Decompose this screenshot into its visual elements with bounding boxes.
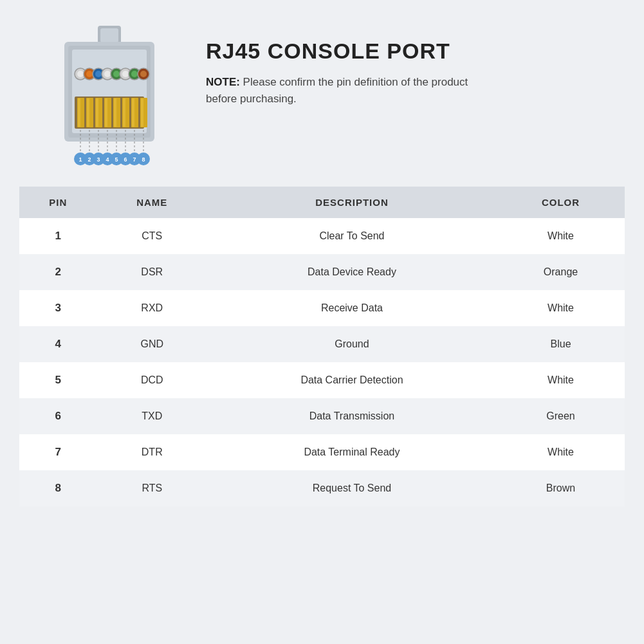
svg-text:8: 8 bbox=[142, 156, 145, 163]
table-header: PIN NAME DESCRIPTION COLOR bbox=[19, 187, 625, 218]
connector-svg: 1 2 3 4 5 6 7 8 bbox=[45, 26, 174, 174]
top-section: 1 2 3 4 5 6 7 8 RJ45 CONSOLE PORT NOT bbox=[0, 0, 644, 187]
svg-rect-19 bbox=[123, 98, 125, 127]
svg-point-27 bbox=[95, 71, 102, 77]
cell-pin: 4 bbox=[19, 326, 97, 362]
cell-pin: 6 bbox=[19, 398, 97, 434]
svg-point-25 bbox=[86, 71, 93, 77]
cell-color: White bbox=[497, 218, 625, 254]
col-color: COLOR bbox=[497, 187, 625, 218]
table-section: PIN NAME DESCRIPTION COLOR 1CTSClear To … bbox=[0, 187, 644, 644]
cell-name: TXD bbox=[97, 398, 207, 434]
svg-rect-14 bbox=[78, 98, 80, 127]
table-body: 1CTSClear To SendWhite2DSRData Device Re… bbox=[19, 218, 625, 506]
cell-color: White bbox=[497, 362, 625, 398]
svg-rect-1 bbox=[100, 28, 118, 42]
note-paragraph: NOTE: Please confirm the pin definition … bbox=[206, 74, 502, 107]
cell-color: Green bbox=[497, 398, 625, 434]
table-row: 7DTRData Terminal ReadyWhite bbox=[19, 434, 625, 470]
cell-color: Brown bbox=[497, 470, 625, 506]
svg-point-37 bbox=[140, 71, 147, 77]
cell-pin: 1 bbox=[19, 218, 97, 254]
cell-name: DSR bbox=[97, 254, 207, 290]
cell-name: CTS bbox=[97, 218, 207, 254]
svg-text:1: 1 bbox=[78, 156, 82, 163]
svg-text:5: 5 bbox=[115, 156, 118, 163]
page-title: RJ45 CONSOLE PORT bbox=[206, 39, 605, 64]
col-pin: PIN bbox=[19, 187, 97, 218]
svg-rect-21 bbox=[141, 98, 143, 127]
page: 1 2 3 4 5 6 7 8 RJ45 CONSOLE PORT NOT bbox=[0, 0, 644, 644]
cell-name: DCD bbox=[97, 362, 207, 398]
cell-description: Data Transmission bbox=[207, 398, 497, 434]
table-row: 6TXDData TransmissionGreen bbox=[19, 398, 625, 434]
cell-color: White bbox=[497, 290, 625, 326]
cell-color: Blue bbox=[497, 326, 625, 362]
cell-description: Data Carrier Detection bbox=[207, 362, 497, 398]
svg-point-29 bbox=[104, 71, 111, 77]
svg-text:3: 3 bbox=[97, 156, 100, 163]
note-label: NOTE: bbox=[206, 76, 240, 88]
table-row: 3RXDReceive DataWhite bbox=[19, 290, 625, 326]
cell-name: RTS bbox=[97, 470, 207, 506]
pin-table: PIN NAME DESCRIPTION COLOR 1CTSClear To … bbox=[19, 187, 625, 506]
svg-rect-17 bbox=[105, 98, 107, 127]
svg-point-35 bbox=[131, 71, 138, 77]
cell-pin: 7 bbox=[19, 434, 97, 470]
svg-rect-15 bbox=[87, 98, 89, 127]
svg-rect-20 bbox=[132, 98, 134, 127]
cell-description: Request To Send bbox=[207, 470, 497, 506]
svg-text:6: 6 bbox=[124, 156, 127, 163]
cell-pin: 3 bbox=[19, 290, 97, 326]
cell-name: GND bbox=[97, 326, 207, 362]
col-name: NAME bbox=[97, 187, 207, 218]
note-body: Please confirm the pin definition of the… bbox=[206, 76, 468, 105]
cell-description: Clear To Send bbox=[207, 218, 497, 254]
table-row: 8RTSRequest To SendBrown bbox=[19, 470, 625, 506]
title-section: RJ45 CONSOLE PORT NOTE: Please confirm t… bbox=[206, 26, 605, 107]
cell-color: White bbox=[497, 434, 625, 470]
col-description: DESCRIPTION bbox=[207, 187, 497, 218]
cell-color: Orange bbox=[497, 254, 625, 290]
header-row: PIN NAME DESCRIPTION COLOR bbox=[19, 187, 625, 218]
svg-point-23 bbox=[77, 71, 84, 77]
cell-description: Data Terminal Ready bbox=[207, 434, 497, 470]
cell-description: Data Device Ready bbox=[207, 254, 497, 290]
cell-name: RXD bbox=[97, 290, 207, 326]
svg-rect-18 bbox=[114, 98, 116, 127]
table-row: 1CTSClear To SendWhite bbox=[19, 218, 625, 254]
svg-text:7: 7 bbox=[133, 156, 136, 163]
table-row: 2DSRData Device ReadyOrange bbox=[19, 254, 625, 290]
svg-rect-16 bbox=[96, 98, 98, 127]
connector-illustration: 1 2 3 4 5 6 7 8 bbox=[39, 26, 180, 174]
table-row: 5DCDData Carrier DetectionWhite bbox=[19, 362, 625, 398]
cell-description: Receive Data bbox=[207, 290, 497, 326]
cell-pin: 8 bbox=[19, 470, 97, 506]
cell-pin: 2 bbox=[19, 254, 97, 290]
cell-pin: 5 bbox=[19, 362, 97, 398]
svg-text:4: 4 bbox=[106, 156, 109, 163]
svg-text:2: 2 bbox=[87, 156, 91, 163]
cell-description: Ground bbox=[207, 326, 497, 362]
table-row: 4GNDGroundBlue bbox=[19, 326, 625, 362]
svg-point-31 bbox=[113, 71, 120, 77]
cell-name: DTR bbox=[97, 434, 207, 470]
svg-point-33 bbox=[122, 71, 129, 77]
